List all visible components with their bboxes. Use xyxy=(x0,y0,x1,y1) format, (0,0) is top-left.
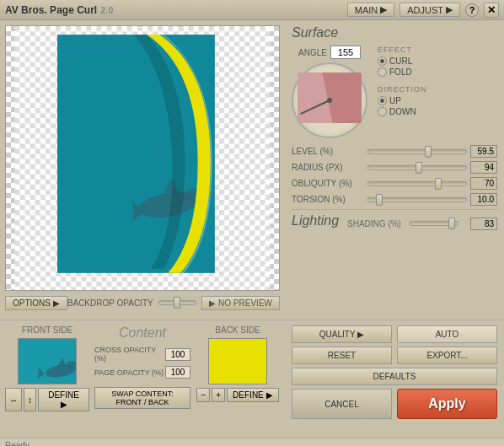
preview-area xyxy=(5,25,280,291)
fold-label: FOLD xyxy=(389,67,412,77)
backdrop-slider[interactable] xyxy=(158,300,197,305)
title-bar: AV Bros. Page Curl 2.0 MAIN ▶ ADJUST ▶ ?… xyxy=(0,0,504,20)
quality-button[interactable]: QUALITY ▶ xyxy=(292,325,392,343)
title-bar-controls: MAIN ▶ ADJUST ▶ ? ✕ xyxy=(347,3,499,18)
torsion-value: 10.0 xyxy=(470,193,497,206)
up-radio-row[interactable]: UP xyxy=(378,96,497,105)
down-radio-row[interactable]: DOWN xyxy=(378,107,497,116)
front-label: FRONT SIDE xyxy=(22,325,72,335)
app-title-area: AV Bros. Page Curl 2.0 xyxy=(5,4,113,16)
svg-point-13 xyxy=(67,361,77,368)
level-slider[interactable] xyxy=(367,149,467,154)
status-bar: Ready... xyxy=(0,438,504,446)
svg-rect-11 xyxy=(19,339,77,384)
back-side: BACK SIDE − + DEFINE ▶ xyxy=(196,325,280,433)
cross-opacity-value: 100 xyxy=(165,348,190,361)
auto-button[interactable]: AUTO xyxy=(397,325,497,343)
direction-section: DIRECTION UP DOWN xyxy=(378,85,497,118)
defaults-row: DEFAULTS xyxy=(292,368,497,385)
page-opacity-row: PAGE OPACITY (%) 100 xyxy=(94,366,190,379)
level-value: 59.5 xyxy=(470,145,497,158)
options-button[interactable]: OPTIONS ▶ xyxy=(5,296,67,310)
bottom-section: FRONT SIDE ↔ ↕ DEFINE ▶ xyxy=(0,320,504,438)
radius-row: RADIUS (PX) 94 xyxy=(292,161,497,174)
angle-label: ANGLE xyxy=(298,48,327,57)
reset-button[interactable]: RESET xyxy=(292,347,392,364)
content-title: Content xyxy=(119,325,166,341)
radius-label: RADIUS (PX) xyxy=(292,163,367,172)
cancel-apply-row: CANCEL Apply xyxy=(292,389,497,419)
up-label: UP xyxy=(389,96,401,105)
obliquity-value: 70 xyxy=(470,177,497,190)
cancel-button[interactable]: CANCEL xyxy=(292,389,392,419)
shading-value: 83 xyxy=(470,218,497,230)
curl-radio-row[interactable]: CURL xyxy=(378,56,497,66)
export-button[interactable]: EXPORT... xyxy=(397,347,497,364)
surface-title: Surface xyxy=(292,25,497,40)
cross-opacity-row: CROSS OPACITY (%) 100 xyxy=(94,346,190,363)
down-label: DOWN xyxy=(389,107,416,116)
front-arrow-btn[interactable]: ↔ xyxy=(5,388,22,411)
lighting-header: Lighting SHADING (%) 83 xyxy=(292,213,497,234)
help-button[interactable]: ? xyxy=(465,3,479,17)
fold-radio[interactable] xyxy=(378,67,387,77)
front-define-button[interactable]: DEFINE ▶ xyxy=(38,388,89,411)
content-section: FRONT SIDE ↔ ↕ DEFINE ▶ xyxy=(0,320,285,438)
cross-opacity-label: CROSS OPACITY (%) xyxy=(94,346,165,363)
slider-section: LEVEL (%) 59.5 RADIUS (PX) 94 OBLIQUITY … xyxy=(292,145,497,206)
torsion-label: TORSION (%) xyxy=(292,195,367,204)
shading-slider[interactable] xyxy=(410,221,458,226)
back-define-button[interactable]: DEFINE ▶ xyxy=(227,388,278,402)
front-side: FRONT SIDE ↔ ↕ DEFINE ▶ xyxy=(5,325,89,433)
backdrop-label: BACKDROP OPACITY xyxy=(67,298,153,308)
lighting-title: Lighting xyxy=(292,213,339,228)
torsion-slider[interactable] xyxy=(367,197,467,202)
radius-slider[interactable] xyxy=(367,165,467,170)
fold-radio-row[interactable]: FOLD xyxy=(378,67,497,77)
level-label: LEVEL (%) xyxy=(292,147,367,156)
lighting-section: Lighting SHADING (%) 83 xyxy=(292,209,497,234)
preview-controls: OPTIONS ▶ BACKDROP OPACITY ▶ NO PREVIEW xyxy=(5,291,280,314)
page-opacity-value: 100 xyxy=(165,366,190,379)
angle-label-row: ANGLE xyxy=(298,46,361,59)
effect-direction-area: EFFECT CURL FOLD DIRECTION UP xyxy=(374,46,497,138)
page-opacity-label: PAGE OPACITY (%) xyxy=(94,368,165,377)
close-button[interactable]: ✕ xyxy=(484,3,499,18)
angle-dial[interactable] xyxy=(292,62,367,138)
angle-input[interactable] xyxy=(330,46,361,59)
curl-radio[interactable] xyxy=(378,56,387,66)
front-thumb-controls: ↔ ↕ DEFINE ▶ xyxy=(5,388,89,411)
back-thumbnail xyxy=(208,338,267,384)
content-inner: FRONT SIDE ↔ ↕ DEFINE ▶ xyxy=(5,325,280,433)
main-content: OPTIONS ▶ BACKDROP OPACITY ▶ NO PREVIEW … xyxy=(0,20,504,320)
apply-button[interactable]: Apply xyxy=(397,389,497,419)
back-label: BACK SIDE xyxy=(215,325,260,335)
quality-row: QUALITY ▶ AUTO xyxy=(292,325,497,343)
action-section: QUALITY ▶ AUTO RESET EXPORT... DEFAULTS … xyxy=(285,320,504,438)
swap-button[interactable]: SWAP CONTENT: FRONT / BACK xyxy=(94,387,190,409)
defaults-button[interactable]: DEFAULTS xyxy=(292,368,497,385)
torsion-row: TORSION (%) 10.0 xyxy=(292,193,497,206)
center-content: Content CROSS OPACITY (%) 100 PAGE OPACI… xyxy=(94,325,190,433)
main-button[interactable]: MAIN ▶ xyxy=(347,3,395,17)
down-radio[interactable] xyxy=(378,107,387,116)
app-version: 2.0 xyxy=(100,5,113,15)
left-panel: OPTIONS ▶ BACKDROP OPACITY ▶ NO PREVIEW xyxy=(0,20,285,320)
preview-button[interactable]: ▶ NO PREVIEW xyxy=(201,296,280,310)
back-minus-btn[interactable]: − xyxy=(196,388,210,402)
obliquity-slider[interactable] xyxy=(367,181,467,186)
front-resize-btn[interactable]: ↕ xyxy=(24,388,36,411)
radius-value: 94 xyxy=(470,161,497,174)
adjust-button[interactable]: ADJUST ▶ xyxy=(399,3,460,17)
curl-label: CURL xyxy=(389,56,412,66)
effect-label: EFFECT xyxy=(378,46,497,54)
effect-section: EFFECT CURL FOLD xyxy=(378,46,497,78)
front-thumbnail-img xyxy=(19,339,77,384)
surface-section: ANGLE xyxy=(292,46,497,138)
up-radio[interactable] xyxy=(378,96,387,105)
back-thumb-controls: − + DEFINE ▶ xyxy=(196,388,278,402)
reset-export-row: RESET EXPORT... xyxy=(292,347,497,364)
back-plus-btn[interactable]: + xyxy=(212,388,225,402)
app-title: AV Bros. Page Curl xyxy=(5,4,97,16)
preview-canvas xyxy=(6,26,279,290)
